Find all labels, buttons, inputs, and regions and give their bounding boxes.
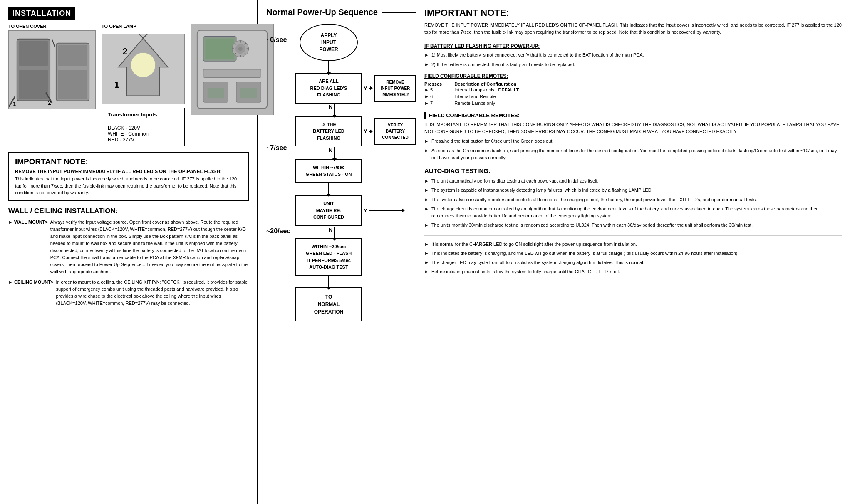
battery-led-row: IS THEBATTERY LEDFLASHING Y VERIFYBATTER… bbox=[295, 116, 416, 147]
field-config-text-1: Press/hold the test button for 6/sec unt… bbox=[431, 138, 554, 145]
all-red-node-wrap: ARE ALLRED DIAG LED'SFLASHING bbox=[295, 73, 362, 104]
field-config-main-section: FIELD CONFIGURABLE REMOTES: IT IS IMPORT… bbox=[424, 112, 842, 161]
important-note-title: IMPORTANT NOTE: bbox=[15, 157, 242, 166]
auto-diag-bullet-4: ► The charge circuit is computer control… bbox=[424, 205, 842, 220]
bottom-tri-2: ► bbox=[424, 250, 429, 257]
battery-y-label: Y bbox=[364, 128, 367, 134]
arrow-2 bbox=[334, 104, 335, 115]
right-info-section: IMPORTANT NOTE: REMOVE THE INPUT POWER I… bbox=[424, 7, 842, 497]
important-note-subtitle: REMOVE THE INPUT POWER IMMEDIATELY IF AL… bbox=[15, 169, 242, 174]
apply-power-node: APPLYINPUTPOWER bbox=[300, 24, 358, 61]
arrow-5 bbox=[334, 227, 335, 238]
remove-power-node: REMOVEINPUT POWERIMMEDIATELY bbox=[374, 75, 416, 102]
arrow-4 bbox=[328, 183, 329, 194]
important-note-body: This indicates that the input power is i… bbox=[15, 175, 242, 196]
normal-op-col: TONORMALOPERATION bbox=[295, 287, 362, 321]
bottom-text-1: It is normal for the CHARGER LED to go O… bbox=[431, 241, 637, 248]
wall-mount-bullet: ► WALL MOUNT> Always verify the input vo… bbox=[8, 219, 249, 275]
if-battery-title: IF BATTERY LED FLASHING AFTER POWER-UP: bbox=[424, 43, 842, 49]
svg-text:2: 2 bbox=[123, 46, 128, 57]
imp-note-right-title: IMPORTANT NOTE: bbox=[424, 7, 842, 18]
field-config-tri-2: ► bbox=[424, 147, 429, 161]
lamp-image: 2 1 bbox=[102, 34, 185, 104]
auto-diag-title: AUTO-DIAG TESTING: bbox=[424, 167, 842, 174]
transformer-line-2: WHITE - Common bbox=[108, 131, 178, 137]
flowchart-section: Normal Power-Up Sequence ~0/sec APPLYINP… bbox=[266, 7, 416, 497]
ceiling-mount-label: ► CEILING MOUNT> bbox=[8, 279, 53, 307]
auto-diag-text-5: The units monthly 30/min discharge testi… bbox=[431, 222, 753, 229]
right-panel: Normal Power-Up Sequence ~0/sec APPLYINP… bbox=[258, 0, 850, 504]
bottom-text-2: This indicates the battery is charging, … bbox=[431, 250, 739, 257]
auto-diag-text-2: The system is capable of instantaneously… bbox=[431, 187, 653, 194]
bottom-text-3: The charger LED may cycle from off to on… bbox=[431, 259, 644, 266]
bullet-tri-1: ► bbox=[424, 52, 429, 59]
bottom-bullet-2: ► This indicates the battery is charging… bbox=[424, 250, 842, 257]
reconfig-y-line bbox=[369, 210, 402, 211]
field-config-tri-1: ► bbox=[424, 138, 429, 145]
cover-svg: 1 2 bbox=[9, 31, 95, 109]
reconfig-n-row: N bbox=[329, 227, 416, 238]
config-table: Presses Description of Configuration ► 5… bbox=[424, 82, 523, 106]
flowchart-underline bbox=[382, 12, 416, 13]
wall-mount-label: ► WALL MOUNT> bbox=[8, 219, 48, 275]
normal-op-node: TONORMALOPERATION bbox=[295, 287, 362, 321]
transformer-line-1: BLACK - 120V bbox=[108, 125, 178, 131]
if-battery-item-1: ► 1) Most likely the battery is not conn… bbox=[424, 52, 842, 59]
field-config-table-section: FIELD CONFIGURABLE REMOTES: Presses Desc… bbox=[424, 73, 842, 106]
transformer-separator: ================== bbox=[108, 119, 178, 124]
time-7-label: ~7/sec bbox=[266, 144, 287, 152]
cover-section: TO OPEN COVER 1 2 bbox=[8, 24, 96, 146]
within20-node: WITHIN ~20/secGREEN LED - FLASHIT PERFOR… bbox=[295, 238, 362, 276]
cover-image: 1 2 bbox=[8, 30, 96, 109]
imp-note-right: IMPORTANT NOTE: REMOVE THE INPUT POWER I… bbox=[424, 7, 842, 36]
arrow-5-head bbox=[332, 238, 337, 241]
field-config-bullet-2: ► As soon as the Green comes back on, st… bbox=[424, 147, 842, 161]
ceiling-mount-text: In order to mount to a ceiling, the CEIL… bbox=[56, 279, 249, 307]
flowchart-layout: ~0/sec APPLYINPUTPOWER ARE ALLRED DIAG L… bbox=[266, 24, 416, 321]
battery-n-label: N bbox=[329, 147, 332, 153]
auto-diag-tri-4: ► bbox=[424, 205, 429, 220]
open-lamp-label: TO OPEN LAMP bbox=[102, 24, 185, 29]
battery-n-row: N bbox=[329, 147, 416, 159]
open-cover-label: TO OPEN COVER bbox=[8, 24, 96, 29]
auto-diag-tri-2: ► bbox=[424, 187, 429, 194]
config-row-7: ► 7 Remote Lamps only bbox=[424, 100, 523, 106]
auto-diag-bullet-3: ► The system also constantly monitors an… bbox=[424, 196, 842, 203]
auto-diag-tri-5: ► bbox=[424, 222, 429, 229]
if-battery-item-2: ► 2) If the battery is connected, then i… bbox=[424, 61, 842, 68]
col-presses: Presses bbox=[424, 82, 454, 86]
bottom-tri-1: ► bbox=[424, 241, 429, 248]
time-20-label: ~20/sec bbox=[266, 227, 290, 235]
reconfig-y-label: Y bbox=[364, 208, 367, 214]
arrow-2-head bbox=[332, 115, 337, 118]
lamp-svg: 2 1 bbox=[102, 34, 184, 104]
arrow-6 bbox=[328, 276, 329, 287]
flowchart-title: Normal Power-Up Sequence bbox=[266, 7, 378, 17]
desc-7: Remote Lamps only bbox=[454, 100, 523, 106]
arrow-1-head bbox=[327, 72, 331, 75]
arrow-1 bbox=[328, 61, 329, 73]
ceiling-mount-bullet: ► CEILING MOUNT> In order to mount to a … bbox=[8, 279, 249, 307]
svg-text:2: 2 bbox=[48, 99, 51, 106]
auto-diag-section: AUTO-DIAG TESTING: ► The unit automatica… bbox=[424, 167, 842, 228]
field-config-table-title: FIELD CONFIGURABLE REMOTES: bbox=[424, 73, 842, 79]
flowchart-title-bar: Normal Power-Up Sequence bbox=[266, 7, 416, 17]
arrow-3-head bbox=[332, 158, 337, 161]
transformer-line-3: RED - 277V bbox=[108, 137, 178, 143]
auto-diag-text-1: The unit automatically performs diag tes… bbox=[431, 178, 599, 185]
if-battery-text-1: 1) Most likely the battery is not connec… bbox=[431, 52, 644, 59]
transformer-title: Transformer Inputs: bbox=[108, 111, 178, 118]
battery-led-node: IS THEBATTERY LEDFLASHING bbox=[295, 116, 362, 147]
wall-ceiling-title: WALL / CEILING INSTALLATION: bbox=[8, 207, 249, 215]
auto-diag-tri-3: ► bbox=[424, 196, 429, 203]
if-battery-section: IF BATTERY LED FLASHING AFTER POWER-UP: … bbox=[424, 43, 842, 68]
auto-diag-bullet-1: ► The unit automatically performs diag t… bbox=[424, 178, 842, 185]
all-red-y-arrow bbox=[370, 86, 373, 90]
all-red-y-line bbox=[369, 88, 370, 89]
battery-y-line bbox=[369, 131, 370, 132]
desc-5: Internal Lamps only DEFAULT bbox=[454, 86, 523, 93]
time-0-label: ~0/sec bbox=[266, 36, 287, 44]
auto-diag-text-4: The charge circuit is computer controlle… bbox=[431, 205, 842, 220]
left-panel: INSTALLATION TO OPEN COVER 1 2 bbox=[0, 0, 258, 504]
svg-point-14 bbox=[131, 53, 155, 77]
